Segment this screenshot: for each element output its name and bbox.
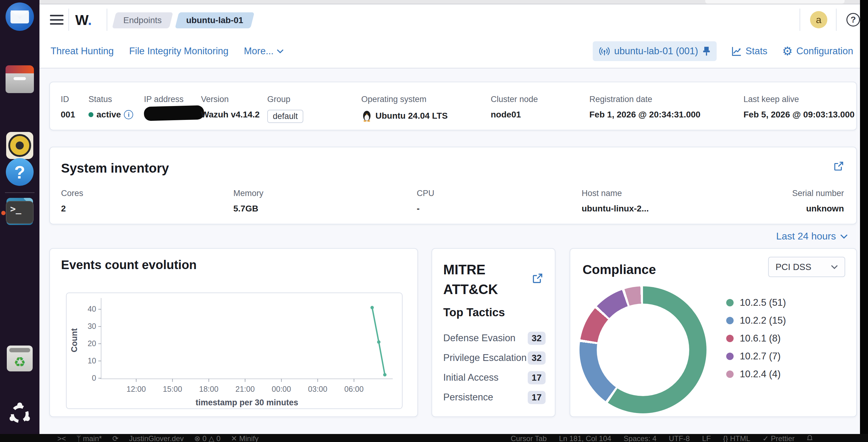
legend-dot [726,371,734,378]
dock-divider [5,192,34,193]
chevron-down-icon [831,264,838,270]
agent-toolbar: Threat Hunting File Integrity Monitoring… [39,34,860,68]
tab-more[interactable]: More... [244,45,283,57]
tactic-count-badge: 32 [528,351,546,365]
field-last-keep-alive: Last keep alive Feb 5, 2026 @ 09:03:13.0… [743,95,855,120]
linux-penguin-icon [361,110,372,122]
external-link-icon[interactable] [532,273,543,284]
screen: ? >_ ♻ W. Endpoints [0,0,868,442]
field-cpu: CPU - [417,189,434,214]
legend-dot [726,335,734,342]
status-active-dot [89,112,93,117]
events-line-chart[interactable]: 01020304012:0015:0018:0021:0000:0003:000… [66,292,403,409]
ubuntu-dock: ? >_ ♻ [0,0,39,442]
svg-text:30: 30 [88,322,96,330]
header-divider [68,9,69,31]
tactic-count-badge: 32 [528,332,546,345]
cursor-tab-indicator[interactable]: Cursor Tab [511,434,547,442]
terminal-icon[interactable]: >_ [6,201,34,224]
help-circle-icon[interactable]: ? [846,13,860,27]
profile-label[interactable]: JustinGlover.dev [129,434,184,442]
agent-selector-chip[interactable]: ubuntu-lab-01 (001) [593,41,717,61]
breadcrumb-agent[interactable]: ubuntu-lab-01 [177,12,252,28]
wazuh-logo[interactable]: W. [75,12,92,28]
compliance-title: Compliance [583,262,656,277]
field-id: ID 001 [61,95,75,120]
breadcrumb-endpoints[interactable]: Endpoints [114,12,171,28]
tactic-count-badge: 17 [528,391,546,404]
tactic-row[interactable]: Persistence 17 [443,387,546,407]
svg-text:00:00: 00:00 [272,385,291,393]
configuration-button[interactable]: ⚙ Configuration [782,45,853,57]
legend-dot [726,299,734,306]
header-divider [800,9,800,31]
agent-info-card: ID 001 Status active i IP address Versio… [49,82,857,130]
legend-item[interactable]: 10.2.4 (4) [726,365,786,383]
legend-item[interactable]: 10.2.7 (7) [726,347,786,365]
tactic-row[interactable]: Defense Evasion 32 [443,328,546,348]
tab-threat-hunting[interactable]: Threat Hunting [51,45,114,57]
wazuh-app: W. Endpoints ubuntu-lab-01 a ? Threat Hu… [39,0,860,442]
tactic-row[interactable]: Privilege Escalation 32 [443,348,546,368]
events-count-title: Events count evolution [61,258,197,272]
thunderbird-icon[interactable] [5,2,34,31]
problems-counter[interactable]: ⊗ 0 △ 0 [194,434,220,442]
antenna-icon [599,46,610,56]
time-range-selector[interactable]: Last 24 hours [776,230,848,242]
info-icon[interactable]: i [124,110,133,119]
formatter[interactable]: ✓ Prettier [763,434,795,442]
legend-item[interactable]: 10.2.5 (51) [726,294,786,312]
svg-text:timestamp per 30 minutes: timestamp per 30 minutes [195,398,298,407]
encoding[interactable]: UTF-8 [669,434,690,442]
legend-item[interactable]: 10.2.2 (15) [726,312,786,329]
recycle-glyph: ♻ [13,355,26,369]
rhythmbox-icon[interactable] [6,132,33,159]
remote-indicator[interactable]: >< [57,434,66,442]
compliance-legend: 10.2.5 (51) 10.2.2 (15) 10.6.1 (8) 10.2.… [726,294,786,383]
bell-icon[interactable] [807,434,812,442]
svg-text:40: 40 [88,305,96,313]
menu-hamburger-icon[interactable] [50,15,63,25]
svg-text:03:00: 03:00 [308,385,327,393]
external-link-icon[interactable] [834,161,844,171]
field-serial-number: Serial number unknown [792,189,844,214]
stats-chart-icon [732,46,742,56]
tab-file-integrity-monitoring[interactable]: File Integrity Monitoring [129,45,228,57]
top-tactics-title: Top Tactics [443,306,505,319]
minify-button[interactable]: ✕ Minify [231,434,258,442]
field-ip: IP address [144,95,204,120]
git-branch[interactable]: ᛘ main* [76,434,102,442]
trash-icon[interactable]: ♻ [7,346,33,371]
mitre-attack-card: MITRE ATT&CK Top Tactics Defense Evasion… [432,248,555,417]
ubuntu-logo-icon[interactable] [8,402,32,426]
browser-top-strip [39,0,860,4]
field-cores: Cores 2 [61,189,83,214]
files-icon[interactable] [5,69,34,93]
stats-button[interactable]: Stats [732,45,768,57]
app-header: W. Endpoints ubuntu-lab-01 a ? [39,5,860,34]
sync-icon[interactable]: ⟳ [112,434,118,442]
gear-icon: ⚙ [782,45,793,57]
eol-type[interactable]: LF [702,434,711,442]
group-chip[interactable]: default [267,110,303,123]
cursor-position[interactable]: Ln 181, Col 104 [559,434,611,442]
indentation[interactable]: Spaces: 4 [624,434,656,442]
help-icon[interactable]: ? [6,158,34,186]
legend-dot [726,353,734,360]
compliance-donut-chart[interactable] [580,286,707,413]
pin-icon[interactable] [703,46,711,56]
browser-tab-sliver [705,0,844,4]
legend-item[interactable]: 10.6.1 (8) [726,329,786,347]
system-inventory-title: System inventory [61,161,169,176]
tactic-row[interactable]: Initial Access 17 [443,368,546,387]
field-version: Version Wazuh v4.14.2 [201,95,259,120]
chevron-down-icon [840,234,848,239]
header-divider [836,9,837,31]
avatar[interactable]: a [810,11,827,28]
language-mode[interactable]: {} HTML [723,434,750,442]
svg-text:Count: Count [70,328,79,352]
screen-right-edge [860,0,868,442]
field-cluster-node: Cluster node node01 [491,95,538,120]
field-status: Status active i [89,95,133,120]
compliance-framework-select[interactable]: PCI DSS [768,257,845,277]
